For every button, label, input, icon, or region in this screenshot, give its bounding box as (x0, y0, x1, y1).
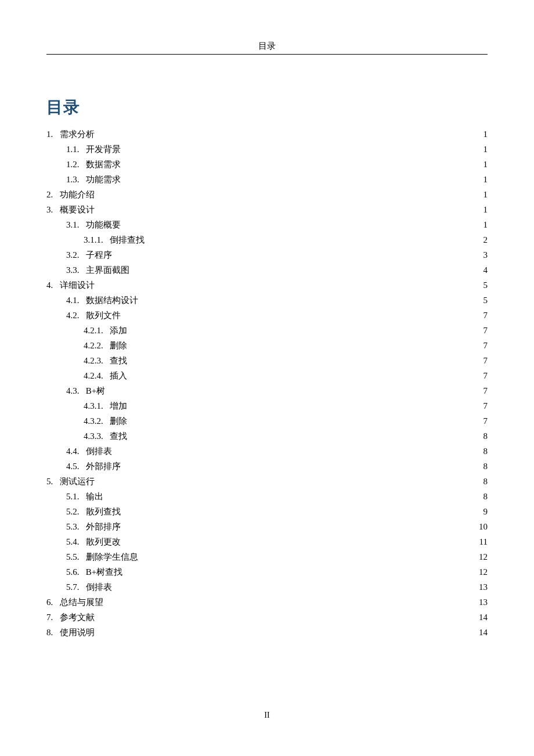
toc-entry-title: 概要设计 (60, 203, 95, 217)
toc-entry: 1.2. 数据需求1 (46, 157, 488, 172)
toc-entry-page: 8 (474, 459, 488, 473)
toc-entry-page: 1 (474, 127, 488, 141)
toc-entry: 4.3.2. 删除7 (46, 413, 488, 429)
header-rule (46, 54, 488, 55)
toc-entry-number: 1.1. (46, 142, 86, 156)
toc-entry: 5.5. 删除学生信息12 (46, 549, 488, 564)
toc-entry: 7. 参考文献14 (46, 610, 488, 625)
toc-entry-page: 1 (474, 157, 488, 171)
toc-entry: 4.2.2. 删除7 (46, 338, 488, 353)
toc-entry: 4.2.4. 插入7 (46, 368, 488, 383)
toc-entry: 4.4. 倒排表8 (46, 444, 488, 459)
toc-entry-number: 4.3. (46, 384, 86, 398)
toc-entry-title: 总结与展望 (60, 595, 103, 609)
toc-entry: 5.2. 散列查找9 (46, 504, 488, 519)
page-header-label: 目录 (46, 41, 488, 52)
toc-entry: 5.7. 倒排表13 (46, 579, 488, 595)
toc-entry-page: 14 (474, 610, 488, 624)
toc-entry: 1.1. 开发背景1 (46, 142, 488, 157)
toc-entry-page: 7 (474, 384, 488, 398)
toc-entry-title: 外部排序 (86, 520, 121, 534)
toc-entry: 6. 总结与展望13 (46, 595, 488, 610)
toc-entry-number: 4.2. (46, 308, 86, 322)
toc-entry-title: 添加 (110, 323, 127, 337)
toc-entry-page: 8 (474, 474, 488, 488)
toc-entry-page: 3 (474, 248, 488, 262)
toc-entry-number: 4.2.1. (46, 323, 110, 337)
toc-entry-page: 10 (474, 520, 488, 534)
toc-entry-number: 3.1. (46, 218, 86, 232)
toc-entry-number: 4.3.3. (46, 429, 110, 443)
toc-title: 目录 (46, 96, 488, 118)
toc-entry-title: 散列文件 (86, 308, 121, 322)
toc-entry-title: 输出 (86, 489, 103, 503)
toc-entry-title: B+树 (86, 384, 105, 398)
toc-entry: 4.5. 外部排序8 (46, 459, 488, 474)
toc-entry-title: 测试运行 (60, 474, 95, 488)
toc-entry: 3.3. 主界面截图4 (46, 262, 488, 278)
toc-entry-page: 7 (474, 399, 488, 413)
toc-entry-number: 2. (46, 188, 60, 201)
toc-entry-number: 5.3. (46, 520, 86, 534)
toc-entry-number: 4.2.3. (46, 354, 110, 368)
toc-entry-title: 散列更改 (86, 535, 121, 549)
toc-entry-page: 9 (474, 505, 488, 519)
toc-entry-number: 7. (46, 610, 60, 624)
toc-entry-page: 13 (474, 595, 488, 609)
toc-entry-page: 8 (474, 429, 488, 443)
toc-entry-number: 5. (46, 474, 60, 488)
toc-entry-page: 7 (474, 414, 488, 428)
toc-entry-page: 11 (474, 535, 488, 549)
toc-entry-number: 4. (46, 278, 60, 292)
toc-entry-number: 3.2. (46, 248, 86, 262)
toc-entry: 4.2. 散列文件7 (46, 308, 488, 323)
toc-entry-title: 倒排表 (86, 444, 112, 458)
toc-entry: 1. 需求分析1 (46, 127, 488, 142)
toc-entry-title: 使用说明 (60, 625, 95, 639)
toc-entry-page: 12 (474, 550, 488, 564)
page-number: II (0, 711, 534, 720)
toc-entry-title: 数据需求 (86, 157, 121, 171)
toc-entry-number: 3.3. (46, 263, 86, 277)
toc-entry-title: B+树查找 (86, 565, 122, 579)
toc-entry: 3.1. 功能概要1 (46, 217, 488, 232)
toc-entry-title: 参考文献 (60, 610, 95, 624)
toc-entry: 2. 功能介绍1 (46, 187, 488, 202)
toc-entry-title: 删除 (110, 339, 127, 352)
toc-entry-number: 4.4. (46, 444, 86, 458)
toc-entry-number: 4.3.2. (46, 414, 110, 428)
toc-list: 1. 需求分析11.1. 开发背景11.2. 数据需求11.3. 功能需求12.… (46, 127, 488, 640)
toc-entry-page: 1 (474, 218, 488, 232)
toc-entry: 3.1.1. 倒排查找2 (46, 232, 488, 247)
toc-entry-title: 查找 (110, 354, 127, 368)
toc-entry-number: 5.4. (46, 535, 86, 549)
toc-entry-title: 详细设计 (60, 278, 95, 292)
toc-entry: 4. 详细设计5 (46, 278, 488, 293)
toc-entry-page: 5 (474, 293, 488, 307)
toc-entry: 8. 使用说明14 (46, 625, 488, 640)
toc-entry-number: 4.2.2. (46, 339, 110, 352)
toc-entry-title: 功能需求 (86, 172, 121, 186)
toc-entry-title: 散列查找 (86, 505, 121, 519)
toc-entry-page: 8 (474, 489, 488, 503)
toc-entry: 4.2.3. 查找7 (46, 353, 488, 368)
toc-entry-number: 3. (46, 203, 60, 217)
toc-entry-number: 4.2.4. (46, 369, 110, 383)
toc-entry-page: 2 (474, 233, 488, 247)
toc-entry-page: 1 (474, 203, 488, 217)
toc-entry-title: 查找 (110, 429, 127, 443)
toc-entry-title: 插入 (110, 369, 127, 383)
toc-entry-page: 7 (474, 339, 488, 352)
toc-entry: 5.4. 散列更改11 (46, 534, 488, 549)
toc-entry-page: 7 (474, 369, 488, 383)
toc-entry: 4.3. B+树7 (46, 383, 488, 398)
toc-entry: 5.1. 输出8 (46, 489, 488, 504)
toc-entry-number: 5.2. (46, 505, 86, 519)
toc-entry-title: 开发背景 (86, 142, 121, 156)
toc-entry-title: 删除学生信息 (86, 550, 138, 564)
toc-entry: 3.2. 子程序3 (46, 247, 488, 262)
toc-entry-number: 4.1. (46, 293, 86, 307)
toc-entry-page: 5 (474, 278, 488, 292)
toc-entry-number: 5.6. (46, 565, 86, 579)
toc-entry: 1.3. 功能需求1 (46, 172, 488, 187)
